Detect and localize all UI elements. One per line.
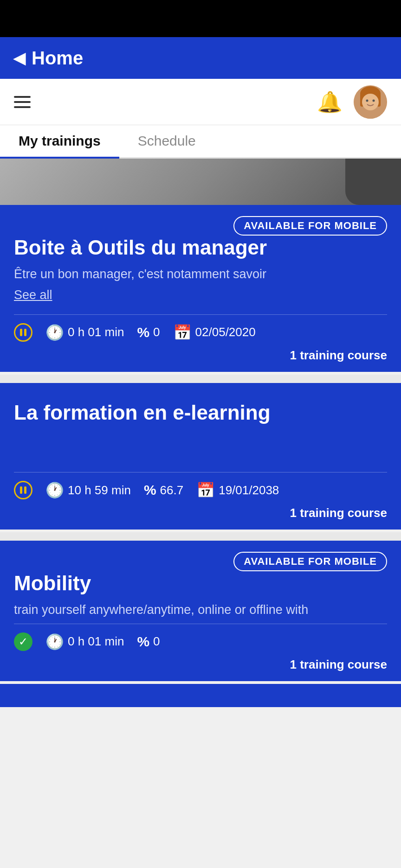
gap-2	[0, 532, 401, 541]
training-card-2[interactable]: La formation en e-learning 🕐 10 h 59 min…	[0, 383, 401, 533]
card3-meta: ✓ 🕐 0 h 01 min % 0	[14, 632, 387, 651]
card3-title: Mobility	[14, 571, 387, 596]
card2-percent: % 66.7	[144, 482, 183, 498]
card2-duration: 🕐 10 h 59 min	[45, 481, 131, 499]
card1-duration: 🕐 0 h 01 min	[45, 324, 124, 341]
card3-duration: 🕐 0 h 01 min	[45, 633, 124, 651]
card2-spacer	[14, 430, 387, 467]
card2-course-count: 1 training course	[14, 506, 387, 520]
available-badge-1: AVAILABLE FOR MOBILE	[233, 216, 387, 236]
card2-date: 📅 19/01/2038	[196, 481, 279, 499]
percent-icon-1: %	[137, 325, 149, 340]
calendar-icon-1: 📅	[173, 324, 192, 341]
hamburger-icon[interactable]	[14, 96, 31, 108]
card3-status-icon: ✓	[14, 632, 32, 651]
card1-status-icon	[14, 323, 32, 342]
gap-1	[0, 375, 401, 383]
card2-title: La formation en e-learning	[14, 396, 387, 425]
tab-schedule[interactable]: Schedule	[119, 125, 214, 159]
clock-icon-3: 🕐	[45, 633, 64, 651]
card1-course-count: 1 training course	[14, 348, 387, 363]
card1-percent: % 0	[137, 325, 160, 340]
card1-description: Être un bon manager, c'est notamment sav…	[14, 266, 387, 283]
tab-my-trainings[interactable]: My trainings	[0, 125, 119, 159]
available-badge-3: AVAILABLE FOR MOBILE	[233, 552, 387, 571]
gap-3	[0, 684, 401, 707]
header-row: 🔔	[0, 79, 401, 125]
home-title: Home	[32, 48, 83, 69]
calendar-icon-2: 📅	[196, 481, 215, 499]
avatar[interactable]	[354, 85, 387, 119]
tabs-row: My trainings Schedule	[0, 125, 401, 159]
svg-point-6	[373, 99, 375, 102]
card3-course-count: 1 training course	[14, 657, 387, 672]
card1-divider	[14, 314, 387, 315]
card3-percent: % 0	[137, 634, 160, 650]
percent-icon-2: %	[144, 482, 156, 498]
card1-title: Boite à Outils du manager	[14, 236, 387, 260]
card2-divider	[14, 472, 387, 472]
top-status-bar	[0, 0, 401, 37]
card3-description: train yourself anywhere/anytime, online …	[14, 601, 387, 619]
percent-icon-3: %	[137, 634, 149, 650]
avatar-svg	[354, 85, 387, 119]
svg-point-5	[366, 99, 369, 102]
training-card-1[interactable]: AVAILABLE FOR MOBILE Boite à Outils du m…	[0, 205, 401, 375]
card3-divider	[14, 624, 387, 624]
training-card-3[interactable]: AVAILABLE FOR MOBILE Mobility train your…	[0, 541, 401, 684]
card1-see-all[interactable]: See all	[14, 288, 52, 302]
clock-icon-1: 🕐	[45, 324, 64, 341]
banner-image	[0, 159, 401, 205]
avatar-image	[354, 85, 387, 119]
card1-date: 📅 02/05/2020	[173, 324, 256, 341]
svg-point-4	[362, 94, 379, 110]
clock-icon-2: 🕐	[45, 481, 64, 499]
card1-meta: 🕐 0 h 01 min % 0 📅 02/05/2020	[14, 323, 387, 342]
header-right: 🔔	[317, 85, 387, 119]
back-icon[interactable]: ◀	[13, 50, 26, 66]
card2-status-icon	[14, 481, 32, 499]
home-nav-bar: ◀ Home	[0, 37, 401, 79]
card2-meta: 🕐 10 h 59 min % 66.7 📅 19/01/2038	[14, 481, 387, 499]
bell-icon[interactable]: 🔔	[317, 90, 343, 114]
